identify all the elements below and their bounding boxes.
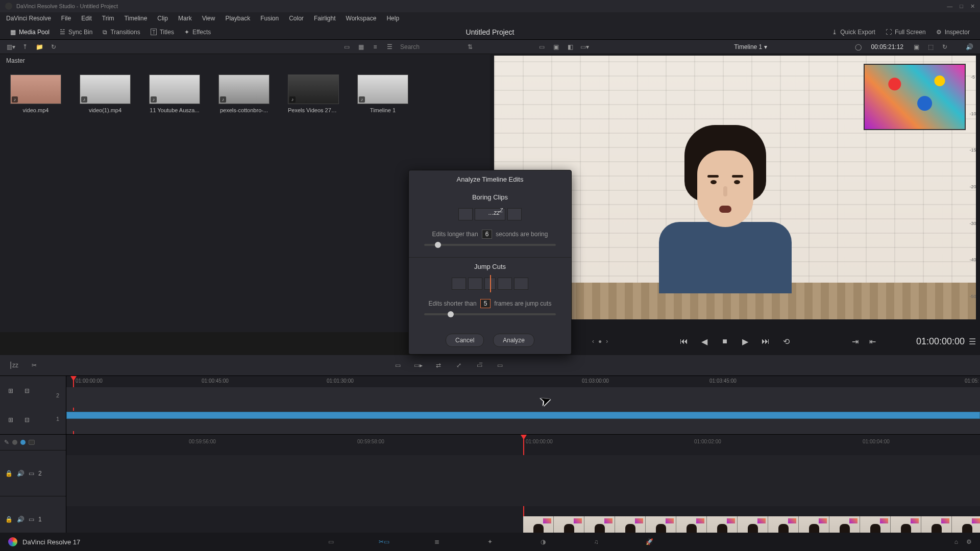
boring-slider[interactable] <box>424 244 556 246</box>
bypass-button[interactable]: ⬚ <box>925 42 936 52</box>
timeline-lock-icon[interactable]: ⊞ <box>4 384 17 397</box>
ripple-overwrite-button[interactable]: ⇄ <box>432 359 445 372</box>
import-media-button[interactable]: ⤒ <box>19 42 31 52</box>
jump-frames-input[interactable]: 5 <box>480 299 491 308</box>
clip-thumbnail[interactable]: ♪Timeline 1 <box>357 74 408 113</box>
fairlight-page-button[interactable]: ♫ <box>590 537 602 547</box>
lower-track-2-empty[interactable] <box>66 455 980 506</box>
track-toggle-3[interactable] <box>29 440 35 445</box>
mark-out-button[interactable]: ⇤ <box>867 336 878 347</box>
mute-button[interactable]: 🔊 <box>964 42 975 52</box>
menu-davinci-resolve[interactable]: DaVinci Resolve <box>1 15 56 22</box>
timeline-name[interactable]: Timeline 1 ▾ <box>734 43 767 51</box>
menu-mark[interactable]: Mark <box>173 15 197 22</box>
media-pool-toggle[interactable]: ▦ Media Pool <box>5 27 55 38</box>
place-on-top-button[interactable]: ▭̅ <box>473 359 486 372</box>
clip-thumbnail[interactable]: ♪video(1).mp4 <box>80 74 131 113</box>
search-input[interactable] <box>400 43 461 51</box>
cut-page-button[interactable]: ✂▭ <box>378 537 390 547</box>
menu-edit[interactable]: Edit <box>76 15 97 22</box>
menu-trim[interactable]: Trim <box>97 15 119 22</box>
import-folder-button[interactable]: 📁 <box>34 42 45 52</box>
prev-edit-button[interactable]: ‹ <box>592 338 594 345</box>
refresh-button[interactable]: ↻ <box>48 42 59 52</box>
track-mute-icon[interactable]: 🔊 <box>17 470 24 477</box>
viewer-mode-1[interactable]: ▭ <box>536 42 547 52</box>
boring-seconds-input[interactable]: 6 <box>482 230 492 239</box>
next-edit-button[interactable]: › <box>606 338 608 345</box>
fusion-page-button[interactable]: ✦ <box>484 537 496 547</box>
menu-file[interactable]: File <box>56 15 76 22</box>
viewer-options-dropdown[interactable]: ▭▾ <box>579 42 590 52</box>
clip-thumbnail[interactable]: ♪Pexels Videos 279... <box>288 74 339 113</box>
track-lock-icon[interactable]: 🔒 <box>5 470 13 477</box>
analyze-button[interactable]: Analyze <box>493 334 534 347</box>
edit-page-button[interactable]: ≣ <box>431 537 443 547</box>
video-track-2[interactable]: 2 <box>66 387 980 408</box>
edit-index-icon[interactable]: ✎ <box>4 439 9 446</box>
timeline-ruler[interactable]: 01:00:00:0001:00:45:0001:01:30:0001:03:0… <box>66 376 980 387</box>
viewer-mode-2[interactable]: ▣ <box>550 42 561 52</box>
window-close-button[interactable]: ✕ <box>970 3 975 10</box>
metadata-view-button[interactable]: ▭ <box>341 42 352 52</box>
project-settings-button[interactable]: ⚙ <box>966 538 972 545</box>
jump-slider[interactable] <box>424 313 556 315</box>
menu-help[interactable]: Help <box>381 15 404 22</box>
titles-toggle[interactable]: 🅃 Titles <box>145 27 179 38</box>
go-to-start-button[interactable]: ⏮ <box>678 336 690 347</box>
menu-fusion[interactable]: Fusion <box>255 15 284 22</box>
step-back-button[interactable]: ◀ <box>699 336 710 347</box>
bin-view-dropdown[interactable]: ▥▾ <box>5 42 16 52</box>
clip-thumbnail[interactable]: ♪pexels-cottonbro-... <box>218 74 270 113</box>
transitions-toggle[interactable]: ⧉ Transitions <box>97 27 145 38</box>
go-to-end-button[interactable]: ⏭ <box>760 336 771 347</box>
color-page-button[interactable]: ◑ <box>537 537 549 547</box>
track-toggle-1[interactable] <box>12 440 17 445</box>
deliver-page-button[interactable]: 🚀 <box>643 537 655 547</box>
timeline-audio-icon[interactable]: ⊟ <box>20 413 34 427</box>
cancel-button[interactable]: Cancel <box>446 334 484 347</box>
quick-export-button[interactable]: ⤓ Quick Export <box>827 27 880 38</box>
mark-in-button[interactable]: ⇥ <box>849 336 861 347</box>
list-view-button[interactable]: ☰ <box>384 42 395 52</box>
home-button[interactable]: ⌂ <box>954 538 958 545</box>
sync-bin-toggle[interactable]: ☱ Sync Bin <box>55 27 97 38</box>
window-maximize-button[interactable]: □ <box>960 3 963 10</box>
window-minimize-button[interactable]: — <box>947 3 952 10</box>
clip-thumbnail[interactable]: ♪11 Youtube Ausza... <box>149 74 200 113</box>
split-clip-button[interactable]: ✂ <box>28 359 41 372</box>
sort-button[interactable]: ⇅ <box>464 42 476 52</box>
smart-insert-button[interactable]: ▭ <box>391 359 404 372</box>
track-lock-icon[interactable]: 🔒 <box>5 516 13 523</box>
loop-button[interactable]: ↻ <box>939 42 950 52</box>
play-button[interactable]: ▶ <box>740 336 751 347</box>
full-screen-button[interactable]: ⛶ Full Screen <box>880 27 931 38</box>
strip-view-button[interactable]: ≡ <box>370 42 381 52</box>
thumbnail-view-button[interactable]: ▦ <box>355 42 366 52</box>
loop-playback-button[interactable]: ⟲ <box>780 336 792 347</box>
media-page-button[interactable]: ▭ <box>325 537 337 547</box>
menu-view[interactable]: View <box>197 15 220 22</box>
track-toggle-2[interactable] <box>20 440 26 445</box>
menu-workspace[interactable]: Workspace <box>341 15 382 22</box>
menu-timeline[interactable]: Timeline <box>119 15 152 22</box>
track-video-icon[interactable]: ▭ <box>29 470 34 477</box>
menu-fairlight[interactable]: Fairlight <box>309 15 341 22</box>
match-frame-button[interactable]: ▣ <box>911 42 922 52</box>
timeline-tools-icon[interactable]: ⊞ <box>4 413 17 427</box>
boring-detector-button[interactable]: ⎮zz <box>7 359 20 372</box>
timeline-sync-icon[interactable]: ⊟ <box>20 384 34 397</box>
timeline-clip[interactable] <box>66 412 980 419</box>
viewer-mode-3[interactable]: ◧ <box>565 42 576 52</box>
track-mute-icon[interactable]: 🔊 <box>17 516 24 523</box>
upper-timeline[interactable]: ⊞ ⊟ ⊞ ⊟ 01:00:00:0001:00:45:0001:01:30:0… <box>0 375 980 435</box>
viewer-menu-button[interactable]: ☰ <box>967 336 978 347</box>
menu-clip[interactable]: Clip <box>152 15 173 22</box>
stop-button[interactable]: ■ <box>719 336 730 347</box>
source-overwrite-button[interactable]: ▭ <box>493 359 506 372</box>
bin-path[interactable]: Master <box>0 54 490 67</box>
track-video-icon[interactable]: ▭ <box>29 516 34 523</box>
inspector-toggle[interactable]: ⚙ Inspector <box>931 27 975 38</box>
closeup-button[interactable]: ⤢ <box>452 359 465 372</box>
viewer-timecode[interactable]: 01:00:00:00 <box>916 336 965 347</box>
